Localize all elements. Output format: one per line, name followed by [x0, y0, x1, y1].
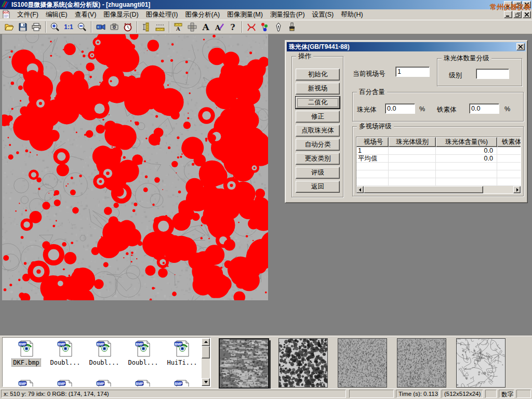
rating-table[interactable]: 视场号 珠光体级别 珠光体含量(%) 铁素体含量(%) 1 0.0 平均值 0.… [356, 137, 521, 194]
thumbnail-image[interactable] [219, 338, 269, 389]
save-icon[interactable] [16, 21, 30, 34]
open-file-icon[interactable] [3, 21, 16, 34]
correct-button[interactable]: 修正 [296, 111, 340, 123]
grid-icon[interactable] [185, 21, 199, 34]
menu-edit[interactable]: 编辑(E) [42, 9, 71, 20]
thumbnail-image[interactable] [338, 338, 387, 388]
snapshot-icon[interactable] [108, 21, 121, 34]
auto-classify-button[interactable]: 自动分类 [296, 139, 340, 151]
toolbar-separator [137, 21, 138, 33]
mdi-restore-button[interactable] [513, 11, 522, 18]
ruler-icon[interactable] [153, 21, 167, 34]
file-item[interactable]: BMP [7, 379, 46, 387]
menu-image-measure[interactable]: 图像测量(M) [223, 9, 267, 20]
toolbar-separator [45, 21, 46, 33]
pick-pearlite-button[interactable]: 点取珠光体 [296, 125, 340, 137]
toolbar-separator [242, 21, 243, 33]
file-browser[interactable]: BMP DKF.bmp BMP Doubl... BMP Doubl... BM… [2, 337, 211, 387]
thumbnail-image[interactable] [456, 338, 506, 388]
table-row[interactable]: 1 0.0 [356, 147, 521, 155]
file-item[interactable]: BMP [124, 379, 163, 387]
toolbar: 1:1 A A A ? [0, 20, 532, 34]
curve-tool-icon[interactable] [245, 21, 258, 34]
mdi-close-button[interactable] [523, 11, 531, 18]
hscroll-thumb[interactable] [364, 186, 483, 193]
file-name[interactable]: Doubl... [88, 359, 121, 366]
new-field-button[interactable]: 新视场 [296, 83, 340, 95]
measure-label-icon[interactable]: A [172, 21, 185, 34]
caliper-icon[interactable] [140, 21, 153, 34]
title-bar: IS100显微摄像系统(金相分析版) - [zhuguangti01] [0, 0, 532, 9]
cell-content: 0.0 [436, 147, 497, 154]
init-button[interactable]: 初始化 [296, 69, 340, 81]
ferrite-input[interactable] [469, 103, 499, 114]
col-field-number[interactable]: 视场号 [356, 137, 389, 147]
micrograph-image[interactable] [2, 34, 268, 300]
binarize-button[interactable]: 二值化 [296, 97, 340, 109]
file-item[interactable]: BMP Doubl... [85, 340, 124, 366]
rate-button[interactable]: 评级 [296, 167, 340, 179]
phase-marker-icon[interactable] [258, 21, 272, 34]
annotate-icon[interactable]: A [212, 21, 226, 34]
file-item[interactable]: BMP DKF.bmp [7, 340, 46, 366]
scroll-left-icon[interactable] [356, 186, 364, 193]
file-item[interactable]: BMP [163, 379, 202, 387]
svg-text:BMP: BMP [175, 342, 182, 346]
scroll-right-icon[interactable] [513, 186, 521, 193]
actual-size-label: 1:1 [64, 23, 73, 31]
menu-image-analysis[interactable]: 图像分析(A) [181, 9, 223, 20]
file-name[interactable]: HuiTi... [166, 359, 198, 366]
vscroll-thumb[interactable] [202, 346, 210, 358]
file-name[interactable]: Doubl... [49, 359, 82, 366]
file-item[interactable]: BMP [46, 379, 85, 387]
thumbnail-image[interactable] [278, 338, 328, 388]
video-capture-icon[interactable] [94, 21, 108, 34]
file-item[interactable]: BMP [85, 379, 124, 387]
percent-group: 百分含量 珠光体 % 铁素体 % [352, 92, 524, 122]
cell-field: 1 [356, 147, 389, 154]
menu-help[interactable]: 帮助(H) [337, 9, 366, 20]
status-empty-panel [485, 390, 497, 398]
status-bar: x: 510 y: 79 idx: 0 RGB: (174, 174, 174)… [0, 389, 532, 399]
ferrite-label: 铁素体 [437, 105, 457, 114]
menu-report[interactable]: 测量报告(P) [267, 9, 309, 20]
menu-file[interactable]: 文件(F) [14, 9, 42, 20]
file-list-scrollbar[interactable] [202, 338, 210, 386]
return-button[interactable]: 返回 [296, 181, 340, 193]
mdi-minimize-button[interactable] [504, 11, 512, 18]
menu-image-process[interactable]: 图像处理(I) [142, 9, 182, 20]
file-item[interactable]: BMP HuiTi... [163, 340, 202, 366]
scroll-up-icon[interactable] [202, 338, 210, 346]
file-item[interactable]: BMP Doubl... [46, 340, 85, 366]
zoom-out-icon[interactable] [75, 21, 89, 34]
pen-tool-icon[interactable] [272, 21, 285, 34]
operation-group: 操作 初始化 新视场 二值化 修正 点取珠光体 自动分类 更改类别 评级 返回 [291, 56, 343, 197]
menu-view[interactable]: 查看(V) [71, 9, 100, 20]
current-field-input[interactable] [395, 66, 430, 77]
pearlite-input[interactable] [385, 103, 415, 114]
menu-settings[interactable]: 设置(S) [309, 9, 338, 20]
menu-image-display[interactable]: 图像显示(D) [100, 9, 142, 20]
grade-input[interactable] [476, 69, 509, 79]
thumbnail-image[interactable] [397, 338, 446, 388]
print-icon[interactable] [30, 21, 43, 34]
file-name[interactable]: DKF.bmp [12, 359, 41, 366]
table-hscrollbar[interactable] [356, 186, 521, 193]
table-row[interactable]: 平均值 0.0 [356, 155, 521, 163]
col-pearlite-grade[interactable]: 珠光体级别 [389, 137, 436, 147]
change-class-button[interactable]: 更改类别 [296, 153, 340, 165]
document-icon[interactable]: DOC [2, 10, 10, 20]
timer-icon[interactable] [121, 21, 135, 34]
zoom-in-icon[interactable] [48, 21, 62, 34]
file-name[interactable]: Doubl... [127, 359, 159, 366]
brush-tool-icon[interactable] [285, 21, 299, 34]
col-pearlite-content[interactable]: 珠光体含量(%) [436, 137, 497, 147]
text-icon[interactable]: A [199, 21, 212, 34]
scroll-down-icon[interactable] [202, 378, 210, 386]
help-icon[interactable]: ? [226, 21, 240, 34]
actual-size-icon[interactable]: 1:1 [62, 21, 75, 34]
dialog-close-icon[interactable] [516, 43, 525, 50]
col-ferrite-content[interactable]: 铁素体含量(%) [497, 137, 521, 147]
file-item[interactable]: BMP Doubl... [124, 340, 163, 366]
svg-text:BMP: BMP [136, 382, 143, 385]
